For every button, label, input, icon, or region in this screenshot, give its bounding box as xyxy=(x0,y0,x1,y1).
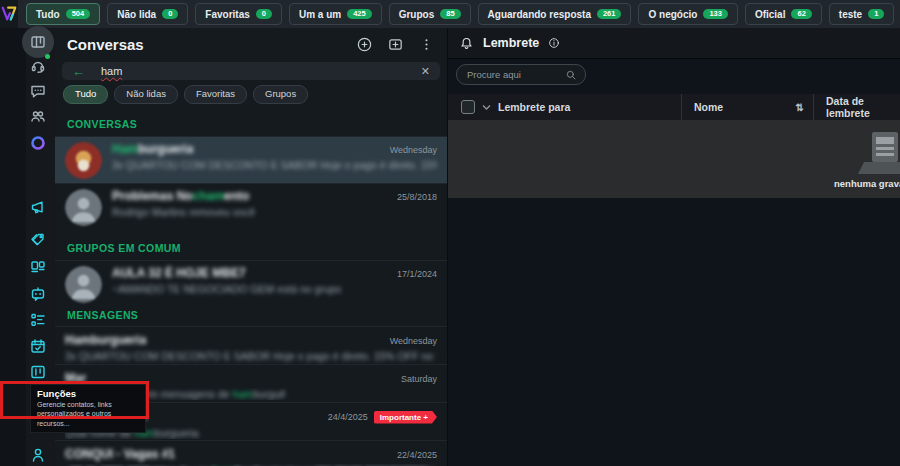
message-date: Wednesday xyxy=(390,336,437,346)
tab-count-badge: 133 xyxy=(703,9,728,20)
message-name: CONQUI - Vagas #1 xyxy=(65,447,175,461)
status-ring-icon[interactable] xyxy=(29,134,47,152)
kanban-board-icon[interactable] xyxy=(29,33,47,51)
avatar xyxy=(65,189,102,226)
add-to-board-icon[interactable] xyxy=(387,36,404,53)
column-data-de-lembrete[interactable]: Data de lembrete xyxy=(826,95,900,119)
menu-kebab-icon[interactable] xyxy=(418,36,435,53)
chat-preview: ~AMANDO TE NEGOCIADO GEM está no grupo xyxy=(112,283,437,295)
chat-name: Hamburgueria xyxy=(112,142,193,156)
empty-state-text: nenhuma gravação encontrada xyxy=(834,178,900,189)
tab-favoritas[interactable]: Favoritas0 xyxy=(195,3,282,25)
chip-favoritas[interactable]: Favoritas xyxy=(184,85,247,104)
chip-nao-lidas[interactable]: Não lidas xyxy=(114,85,178,104)
search-icon xyxy=(565,69,577,81)
message-date: Saturday xyxy=(401,374,437,384)
tab-count-badge: 85 xyxy=(440,9,460,20)
chip-tudo[interactable]: Tudo xyxy=(63,85,108,104)
reminders-table-header: Lembrete para Nome ⇅ Data de lembrete xyxy=(448,94,900,120)
calendar-check-icon[interactable] xyxy=(29,337,47,355)
funcoes-tooltip: Funções Gerencie contatos, links persona… xyxy=(30,384,146,433)
avatar xyxy=(65,266,102,303)
tab-tudo[interactable]: Tudo504 xyxy=(26,3,100,25)
reminders-search-input[interactable] xyxy=(465,68,565,81)
tab-um-a-um[interactable]: Um a um425 xyxy=(289,3,382,25)
chat-name: Problemas Nochamento xyxy=(112,189,249,203)
chat-date: 17/1/2024 xyxy=(397,269,437,279)
tooltip-description: Gerencie contatos, links personalizados … xyxy=(37,400,139,428)
profile-person-icon[interactable] xyxy=(29,446,47,464)
filter-tab-strip: Tudo504 Não lida0 Favoritas0 Um a um425 … xyxy=(18,0,900,28)
chip-grupos[interactable]: Grupos xyxy=(253,85,308,104)
top-bar: Tudo504 Não lida0 Favoritas0 Um a um425 … xyxy=(0,0,900,28)
message-result-item[interactable]: Hamburgueria Wednesday 3x QUARTOU COM DE… xyxy=(55,326,447,364)
column-lembrete-para[interactable]: Lembrete para xyxy=(498,101,570,113)
chat-date: Wednesday xyxy=(390,145,437,155)
tab-count-badge: 0 xyxy=(162,9,178,20)
message-name: Hamburgueria xyxy=(65,333,146,347)
tab-aguardando-resposta[interactable]: Aguardando resposta261 xyxy=(478,3,632,25)
search-bar[interactable]: ← ham ✕ xyxy=(62,62,440,80)
chat-list-item[interactable]: Problemas Nochamento 25/8/2018 Rodrigo M… xyxy=(55,183,447,230)
bell-icon xyxy=(459,36,474,51)
tab-teste[interactable]: teste1 xyxy=(829,3,895,25)
cards-icon[interactable] xyxy=(29,258,47,276)
info-icon[interactable] xyxy=(548,37,560,49)
message-date: 24/4/2025 xyxy=(328,412,368,422)
support-headset-icon[interactable] xyxy=(29,57,47,75)
message-name: Mar xyxy=(65,371,86,385)
empty-records-icon xyxy=(846,128,900,178)
task-list-icon[interactable] xyxy=(29,311,47,329)
chat-preview: Rodrigo Martins removeu você xyxy=(112,206,437,218)
reminders-search[interactable] xyxy=(456,64,586,85)
importante-badge[interactable]: Importante + xyxy=(374,411,437,424)
chat-date: 25/8/2018 xyxy=(397,192,437,202)
avatar xyxy=(65,142,102,179)
tab-count-badge: 425 xyxy=(347,9,372,20)
search-input[interactable]: ham xyxy=(101,65,122,77)
chat-dots-icon[interactable] xyxy=(29,82,47,100)
tab-count-badge: 0 xyxy=(256,9,272,20)
select-all-checkbox[interactable] xyxy=(461,100,475,114)
chatbot-icon[interactable] xyxy=(29,285,47,303)
message-preview: 3x QUARTOU COM DESCONTO E SABOR Hoje o p… xyxy=(65,350,437,362)
chat-name: AULA 32 É HOJE MBE7 xyxy=(112,266,246,280)
tags-icon[interactable] xyxy=(29,231,47,249)
tab-grupos[interactable]: Grupos85 xyxy=(389,3,471,25)
app-logo xyxy=(0,0,18,28)
kanban-columns-icon[interactable] xyxy=(29,363,47,381)
chat-list-item[interactable]: Hamburgueria Wednesday 3x QUARTOU COM DE… xyxy=(55,136,447,183)
chevron-down-icon[interactable] xyxy=(482,104,491,111)
tooltip-title: Funções xyxy=(37,388,139,399)
tab-oficial[interactable]: Oficial62 xyxy=(745,3,822,25)
tab-nao-lida[interactable]: Não lida0 xyxy=(107,3,188,25)
section-grupos-em-comum: GRUPOS EM COMUM xyxy=(55,230,447,260)
section-conversas: CONVERSAS xyxy=(55,110,447,136)
tab-count-badge: 1 xyxy=(868,9,884,20)
panel-title: Conversas xyxy=(67,36,144,53)
tab-count-badge: 62 xyxy=(791,9,811,20)
tab-count-badge: 504 xyxy=(66,9,91,20)
section-mensagens: MENSAGENS xyxy=(55,304,447,326)
sort-icon[interactable]: ⇅ xyxy=(796,102,803,113)
chat-preview: 3x QUARTOU COM DESCONTO E SABOR Hoje o p… xyxy=(112,159,437,171)
reminders-panel: Lembrete Lembrete para Nome ⇅ Data de le… xyxy=(447,28,900,466)
column-nome[interactable]: Nome xyxy=(694,101,723,113)
reminders-title: Lembrete xyxy=(483,36,539,50)
reminders-empty-state: nenhuma gravação encontrada xyxy=(448,120,900,198)
tab-o-negocio[interactable]: O negócio133 xyxy=(638,3,737,25)
contacts-group-icon[interactable] xyxy=(29,107,47,125)
message-date: 22/4/2025 xyxy=(397,450,437,460)
back-arrow-icon[interactable]: ← xyxy=(72,65,85,78)
tab-count-badge: 261 xyxy=(597,9,622,20)
chat-list-item[interactable]: AULA 32 É HOJE MBE7 17/1/2024 ~AMANDO TE… xyxy=(55,260,447,304)
new-chat-icon[interactable] xyxy=(356,36,373,53)
message-result-item[interactable]: CONQUI - Vagas #1 22/4/2025 +55 21 9800-… xyxy=(55,440,447,466)
megaphone-icon[interactable] xyxy=(29,198,47,216)
clear-search-icon[interactable]: ✕ xyxy=(421,65,430,78)
